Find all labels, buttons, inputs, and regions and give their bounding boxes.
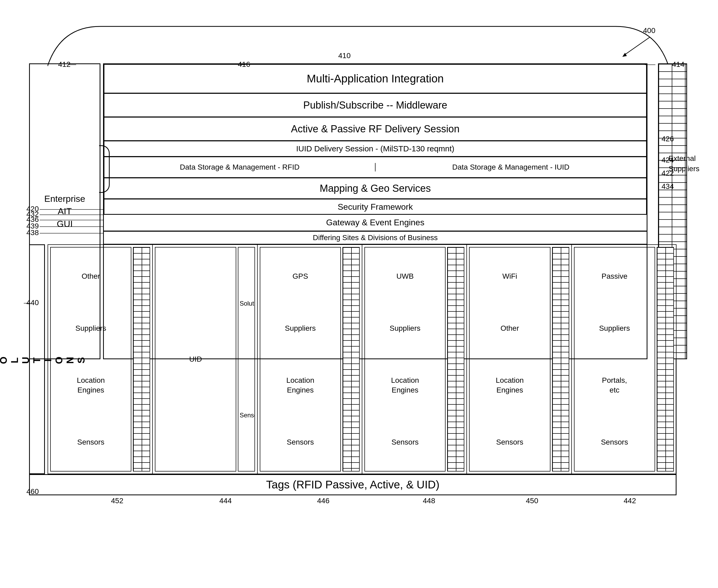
layer-sec: Security Framework <box>104 199 647 215</box>
sol-text-448: UWBSuppliersLocationEnginesSensors <box>364 247 446 471</box>
sol-item-450: Other <box>500 323 519 333</box>
solution-col-444: UIDSolutionsSensors <box>153 245 258 474</box>
sol-item-450: WiFi <box>502 272 517 281</box>
line-439 <box>40 224 106 229</box>
ref-444-bottom: 444 <box>219 497 232 505</box>
line-412 <box>56 62 77 67</box>
top-curve-410 <box>47 21 669 69</box>
layer-map: Mapping & Geo Services <box>104 178 647 199</box>
sol-text-442: PassiveSuppliersPortals,etcSensors <box>574 247 655 471</box>
sol-item-450: Sensors <box>496 437 524 447</box>
sol-text-444: UID <box>155 247 236 471</box>
sol-brick-448 <box>447 247 464 471</box>
sol-brick-450 <box>552 247 569 471</box>
sol-item-452: LocationEngines <box>77 376 105 395</box>
solutions-panel: SOLUTIONS <box>29 244 45 474</box>
solutions-columns: OtherSuppliersLocationEnginesSensorsUIDS… <box>47 244 677 474</box>
layer-psm: Publish/Subscribe -- Middleware <box>104 93 647 117</box>
sol-item-442: Sensors <box>601 437 628 447</box>
ref-434: 434 <box>661 182 674 191</box>
ref-450-bottom: 450 <box>526 497 538 505</box>
data-rfid: Data Storage & Management - RFID <box>104 163 375 171</box>
sol-brick-452 <box>133 247 150 471</box>
sol-item-442: Portals,etc <box>602 376 627 395</box>
sol-brick-442 <box>657 247 674 471</box>
sol-text-450: WiFiOtherLocationEnginesSensors <box>469 247 550 471</box>
ref-410: 410 <box>338 51 351 60</box>
sol-item-450: LocationEngines <box>496 376 524 395</box>
layer-data: Data Storage & Management - RFID Data St… <box>104 156 647 178</box>
layer-rf: Active & Passive RF Delivery Session <box>104 117 647 141</box>
sol-item-446: Sensors <box>287 437 314 447</box>
ref-426: 426 <box>661 135 674 143</box>
sol-item-442: Suppliers <box>599 323 630 333</box>
sol-brick-444: SolutionsSensors <box>238 247 255 471</box>
solution-col-446: GPSSuppliersLocationEnginesSensors <box>258 245 362 474</box>
solution-col-448: UWBSuppliersLocationEnginesSensors <box>362 245 467 474</box>
ref-442-bottom: 442 <box>624 497 636 505</box>
data-iuid: Data Storage & Management - IUID <box>375 163 646 171</box>
sol-item-452: Suppliers <box>75 323 106 333</box>
diagram: 400 410 EnterpriseAITGUI 412 ExternalSup… <box>21 21 695 563</box>
ref-460: 460 <box>26 487 39 496</box>
sol-text-446: GPSSuppliersLocationEnginesSensors <box>260 247 341 471</box>
sol-item-442: Passive <box>601 272 627 281</box>
solution-col-450: WiFiOtherLocationEnginesSensors <box>467 245 572 474</box>
layer-gateway: Gateway & Event Engines <box>103 214 648 231</box>
layer-iuid: IUID Delivery Session - (MilSTD-130 reqm… <box>104 141 647 156</box>
sol-item-446: GPS <box>292 272 308 281</box>
solution-col-442: PassiveSuppliersPortals,etcSensors <box>572 245 676 474</box>
sol-item-446: Suppliers <box>285 323 316 333</box>
line-414 <box>645 62 666 67</box>
ref-414: 414 <box>672 60 684 69</box>
sol-text-452: OtherSuppliersLocationEnginesSensors <box>50 247 131 471</box>
sol-item-448: LocationEngines <box>391 376 419 395</box>
line-438 <box>40 231 106 236</box>
ref-446-bottom: 446 <box>317 497 330 505</box>
line-436 <box>40 217 106 223</box>
ref-422: 422 <box>661 169 674 177</box>
layer-differing: Differing Sites & Divisions of Business <box>103 231 648 244</box>
ref-448-bottom: 448 <box>423 497 435 505</box>
layer-tags: Tags (RFID Passive, Active, & UID) <box>29 474 677 495</box>
line-416 <box>232 62 246 67</box>
sol-item-448: UWB <box>396 272 414 281</box>
line-432 <box>40 212 106 217</box>
ref-438: 438 <box>26 229 39 237</box>
sol-item-444: UID <box>189 355 202 364</box>
ref-424: 424 <box>661 156 674 164</box>
sol-item-448: Sensors <box>391 437 418 447</box>
sol-item-448: Suppliers <box>390 323 420 333</box>
sol-brick-446 <box>343 247 360 471</box>
ref-452-bottom: 452 <box>111 497 123 505</box>
sol-item-452: Sensors <box>77 437 104 447</box>
layer-mai: Multi-Application Integration <box>104 64 647 93</box>
solution-col-452: OtherSuppliersLocationEnginesSensors <box>48 245 153 474</box>
line-420 <box>40 207 106 212</box>
sol-item-446: LocationEngines <box>286 376 314 395</box>
line-440 <box>24 300 32 306</box>
sol-item-452: Other <box>82 272 100 281</box>
